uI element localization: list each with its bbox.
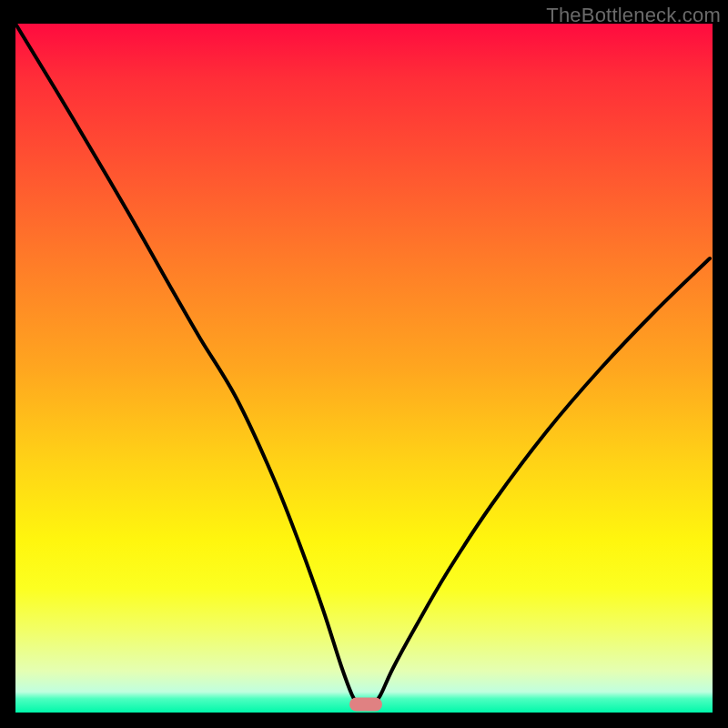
bottleneck-curve xyxy=(15,24,713,713)
optimal-point-marker xyxy=(349,698,382,712)
watermark-text: TheBottleneck.com xyxy=(546,4,721,27)
chart-frame: TheBottleneck.com xyxy=(0,0,728,728)
